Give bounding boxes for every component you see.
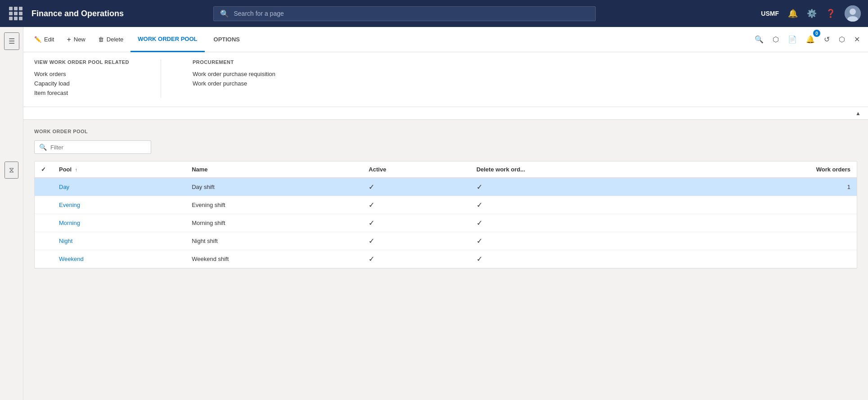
divider	[161, 59, 161, 98]
delete-icon: 🗑	[98, 36, 104, 43]
notifications-button[interactable]: 🔔	[788, 9, 798, 18]
waffle-icon	[9, 7, 22, 20]
row-check	[35, 196, 53, 214]
filter-bar: 🔍	[34, 140, 857, 154]
col-check: ✓	[35, 162, 53, 178]
search-placeholder: Search for a page	[234, 10, 589, 17]
row-active: ✓	[362, 178, 470, 196]
filter-sidebar-button[interactable]: ⧖	[4, 162, 18, 179]
row-delete: ✓	[470, 250, 689, 268]
col-active[interactable]: Active	[362, 162, 470, 178]
row-name: Evening shift	[185, 196, 362, 214]
filter-search-icon: 🔍	[39, 144, 47, 151]
procurement-section-title: PROCUREMENT	[193, 59, 275, 65]
collapse-bar: ▲	[23, 107, 868, 120]
help-button[interactable]: ❓	[826, 9, 836, 18]
nav-dots-button[interactable]	[7, 5, 24, 22]
action-bar: ✏️ Edit + New 🗑 Delete WORK ORDER POOL O…	[23, 27, 868, 52]
messages-badge: 0	[813, 30, 820, 37]
badge-wrap: 🔔 0	[803, 32, 818, 46]
row-pool[interactable]: Evening	[53, 196, 185, 214]
link-item-forecast[interactable]: Item forecast	[34, 88, 129, 98]
user-avatar[interactable]	[845, 5, 861, 22]
row-pool[interactable]: Morning	[53, 214, 185, 232]
personalize-button[interactable]: ⬡	[770, 32, 782, 46]
row-check	[35, 232, 53, 250]
row-delete: ✓	[470, 214, 689, 232]
row-work-orders	[689, 196, 857, 214]
close-button[interactable]: ✕	[851, 32, 863, 46]
body-layout: ☰ ⧖ ✏️ Edit + New 🗑 Delete WORK ORDER PO…	[0, 27, 868, 400]
edit-button[interactable]: ✏️ Edit	[29, 32, 59, 46]
row-active: ✓	[362, 196, 470, 214]
row-name: Morning shift	[185, 214, 362, 232]
tab-work-order-pool-label: WORK ORDER POOL	[138, 36, 197, 42]
col-pool[interactable]: Pool ↑	[53, 162, 185, 178]
row-work-orders	[689, 214, 857, 232]
row-pool[interactable]: Day	[53, 178, 185, 196]
col-name[interactable]: Name	[185, 162, 362, 178]
nav-right: USMF 🔔 ⚙️ ❓	[761, 5, 861, 22]
row-name: Night shift	[185, 232, 362, 250]
table-row[interactable]: Evening Evening shift ✓ ✓	[35, 196, 857, 214]
main-content: WORK ORDER POOL 🔍 ✓ Pool ↑ Name Ac	[23, 120, 868, 400]
link-purchase-requisition[interactable]: Work order purchase requisition	[193, 69, 275, 79]
col-work-orders[interactable]: Work orders	[689, 162, 857, 178]
search-bar[interactable]: 🔍 Search for a page	[213, 6, 596, 21]
tab-options-label: OPTIONS	[214, 36, 240, 43]
new-button[interactable]: + New	[61, 32, 90, 47]
table-header-row: ✓ Pool ↑ Name Active Delete work ord... …	[35, 162, 857, 178]
tab-work-order-pool[interactable]: WORK ORDER POOL	[130, 27, 204, 52]
row-name: Weekend shift	[185, 250, 362, 268]
work-order-pool-table: ✓ Pool ↑ Name Active Delete work ord... …	[35, 162, 857, 268]
table-row[interactable]: Day Day shift ✓ ✓ 1	[35, 178, 857, 196]
svg-point-1	[850, 9, 856, 15]
table-row[interactable]: Weekend Weekend shift ✓ ✓	[35, 250, 857, 268]
link-work-orders[interactable]: Work orders	[34, 69, 129, 79]
row-work-orders	[689, 250, 857, 268]
view-section-title: VIEW WORK ORDER POOL RELATED	[34, 59, 129, 65]
edit-icon: ✏️	[34, 36, 41, 43]
row-delete: ✓	[470, 232, 689, 250]
row-delete: ✓	[470, 196, 689, 214]
table-container: ✓ Pool ↑ Name Active Delete work ord... …	[34, 161, 857, 269]
company-label: USMF	[761, 10, 779, 17]
office-button[interactable]: 📄	[785, 32, 800, 46]
row-active: ✓	[362, 232, 470, 250]
left-sidebar: ☰ ⧖	[0, 27, 23, 400]
search-icon: 🔍	[220, 9, 229, 18]
hamburger-button[interactable]: ☰	[4, 32, 19, 50]
link-capacity-load[interactable]: Capacity load	[34, 79, 129, 88]
row-pool[interactable]: Weekend	[53, 250, 185, 268]
row-delete: ✓	[470, 178, 689, 196]
section-title: WORK ORDER POOL	[34, 129, 857, 134]
row-check	[35, 214, 53, 232]
action-bar-right: 🔍 ⬡ 📄 🔔 0 ↺ ⬡ ✕	[752, 32, 863, 46]
view-section: VIEW WORK ORDER POOL RELATED Work orders…	[34, 59, 129, 98]
row-active: ✓	[362, 250, 470, 268]
dropdown-panel: VIEW WORK ORDER POOL RELATED Work orders…	[23, 52, 868, 107]
collapse-button[interactable]: ▲	[855, 110, 861, 117]
tab-options[interactable]: OPTIONS	[207, 27, 247, 52]
row-work-orders	[689, 232, 857, 250]
table-row[interactable]: Night Night shift ✓ ✓	[35, 232, 857, 250]
settings-button[interactable]: ⚙️	[807, 9, 817, 18]
col-delete-work-orders[interactable]: Delete work ord...	[470, 162, 689, 178]
search-wrap: 🔍 Search for a page	[213, 6, 596, 21]
link-purchase[interactable]: Work order purchase	[193, 79, 275, 88]
table-row[interactable]: Morning Morning shift ✓ ✓	[35, 214, 857, 232]
procurement-section: PROCUREMENT Work order purchase requisit…	[193, 59, 275, 98]
open-external-button[interactable]: ⬡	[836, 32, 848, 46]
filter-input[interactable]	[50, 144, 146, 151]
tab-search-button[interactable]: 🔍	[752, 32, 766, 46]
row-pool[interactable]: Night	[53, 232, 185, 250]
app-brand: Finance and Operations	[31, 9, 124, 18]
row-work-orders: 1	[689, 178, 857, 196]
filter-input-wrap[interactable]: 🔍	[34, 140, 151, 154]
new-label: New	[74, 36, 85, 43]
row-active: ✓	[362, 214, 470, 232]
edit-label: Edit	[44, 36, 54, 43]
top-nav: Finance and Operations 🔍 Search for a pa…	[0, 0, 868, 27]
refresh-button[interactable]: ↺	[821, 32, 832, 46]
delete-button[interactable]: 🗑 Delete	[93, 32, 129, 46]
